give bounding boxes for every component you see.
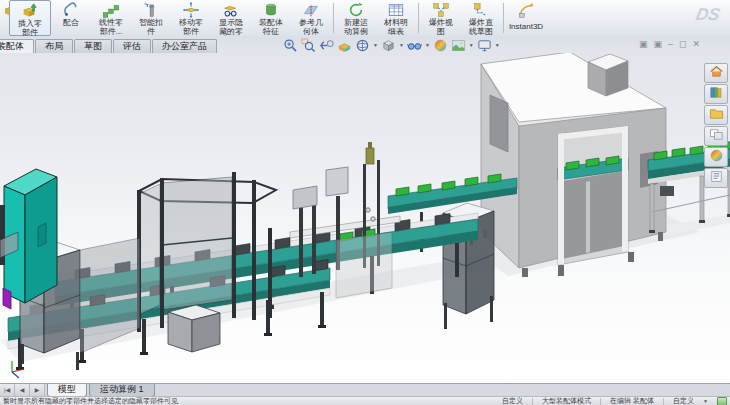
assembly-features-label: 装配体特征 bbox=[256, 19, 286, 36]
zoom-to-area-icon[interactable] bbox=[301, 38, 316, 53]
explode-line-sketch-button[interactable]: 爆炸直线草图 bbox=[461, 0, 501, 36]
explode-line-sketch-icon bbox=[471, 1, 491, 19]
viewport-3d[interactable]: DS bbox=[0, 53, 730, 383]
assembly-features-icon bbox=[261, 1, 281, 19]
linear-pattern-icon bbox=[101, 1, 121, 19]
instant3d-label: Instant3D bbox=[509, 23, 543, 32]
status-separator bbox=[663, 398, 664, 405]
dropdown-caret[interactable]: ▼ bbox=[373, 42, 378, 48]
smart-fasteners-icon bbox=[141, 1, 161, 19]
new-motion-study-label: 新建运动算例 bbox=[341, 19, 371, 36]
show-hidden-components-icon bbox=[221, 1, 241, 19]
command-manager: 插入零部件 ▼ 配合 线性零部件... ▼ 智能扣件 移 bbox=[0, 0, 730, 37]
hide-show-items-icon[interactable] bbox=[407, 38, 422, 53]
gray-box bbox=[168, 305, 220, 352]
solidworks-window: 插入零部件 ▼ 配合 线性零部件... ▼ 智能扣件 移 bbox=[0, 0, 730, 405]
toolbar-separator bbox=[503, 3, 504, 33]
status-units[interactable]: 自定义 bbox=[673, 396, 694, 405]
properties-icon bbox=[709, 169, 724, 188]
bill-of-materials-label: 材料明细表 bbox=[381, 19, 411, 36]
books-icon bbox=[709, 85, 724, 104]
mate-label: 配合 bbox=[63, 19, 79, 28]
tab-assembly[interactable]: 装配体 bbox=[0, 39, 34, 53]
restore-icon[interactable]: ◻ bbox=[679, 39, 686, 49]
tab-office-products[interactable]: 办公室产品 bbox=[152, 39, 217, 53]
smart-fasteners-button[interactable]: 智能扣件 bbox=[131, 0, 171, 36]
window-controls: ▣ ▣ – ◻ ✕ bbox=[639, 39, 700, 49]
minimize-icon[interactable]: – bbox=[668, 39, 673, 49]
move-component-button[interactable]: 移动零部件 ▼ bbox=[171, 0, 211, 36]
tab-layout[interactable]: 布局 bbox=[35, 39, 73, 53]
appearances-tab[interactable] bbox=[704, 147, 728, 167]
section-view-icon[interactable] bbox=[337, 38, 352, 53]
bottom-tab-bar: |◀ ◀ ▶ 模型 运动算例 1 bbox=[0, 383, 730, 397]
dropdown-caret[interactable]: ▼ bbox=[425, 42, 430, 48]
bill-of-materials-button[interactable]: 材料明细表 bbox=[376, 0, 416, 36]
status-hint: 暂时显示所有隐藏的零部件并选择选定的隐藏零部件可见 bbox=[3, 396, 502, 405]
home-icon bbox=[709, 64, 724, 83]
cropped-part-icon bbox=[0, 1, 9, 19]
mate-button[interactable]: 配合 bbox=[51, 0, 91, 36]
commandmanager-tabs: 装配体 布局 草图 评估 办公室产品 bbox=[0, 37, 270, 53]
status-separator bbox=[532, 398, 533, 405]
status-bar: 暂时显示所有隐藏的零部件并选择选定的隐藏零部件可见 自定义 大型装配体模式 在编… bbox=[0, 396, 730, 405]
file-explorer-tab[interactable] bbox=[704, 105, 728, 125]
status-custom: 自定义 bbox=[502, 396, 523, 405]
edit-appearance-icon[interactable] bbox=[433, 38, 448, 53]
close-icon[interactable]: ✕ bbox=[692, 39, 700, 49]
dropdown-caret[interactable]: ▼ bbox=[399, 42, 404, 48]
tab-evaluate[interactable]: 评估 bbox=[113, 39, 151, 53]
units-dropdown-caret[interactable]: ▼ bbox=[703, 398, 708, 404]
purple-part bbox=[3, 288, 11, 309]
tab-nav-first[interactable]: |◀ bbox=[0, 384, 15, 396]
show-hidden-components-button[interactable]: 显示隐藏的零部件 bbox=[211, 0, 251, 36]
new-motion-study-button[interactable]: 新建运动算例 bbox=[336, 0, 376, 36]
apply-scene-icon[interactable] bbox=[451, 38, 466, 53]
cropped-toolbar-button[interactable] bbox=[0, 0, 9, 36]
smart-fasteners-label: 智能扣件 bbox=[136, 19, 166, 36]
toolbar-separator bbox=[418, 3, 419, 33]
tab-sketch[interactable]: 草图 bbox=[74, 39, 112, 53]
reference-geometry-icon bbox=[301, 1, 321, 19]
toolbar-separator bbox=[333, 3, 334, 33]
assembly-features-button[interactable]: 装配体特征 ▼ bbox=[251, 0, 291, 36]
instant3d-button[interactable]: Instant3D bbox=[506, 0, 546, 36]
view-palette-tab[interactable] bbox=[704, 126, 728, 146]
folder-icon bbox=[709, 106, 724, 125]
headsup-toolbar: ▼ ▼ ▼ ▼ ▼ bbox=[283, 37, 500, 53]
reference-geometry-button[interactable]: 参考几何体 ▼ bbox=[291, 0, 331, 36]
motion-study-icon bbox=[346, 1, 366, 19]
linear-pattern-label: 线性零部件... bbox=[96, 19, 126, 36]
view-orientation-icon[interactable] bbox=[355, 38, 370, 53]
solidworks-resources-tab[interactable] bbox=[704, 63, 728, 83]
tile-icon[interactable]: ▣ bbox=[653, 39, 662, 49]
instant3d-icon bbox=[516, 1, 536, 19]
design-library-tab[interactable] bbox=[704, 84, 728, 104]
status-editing-assembly: 在编辑 装配体 bbox=[610, 396, 654, 405]
custom-properties-tab[interactable] bbox=[704, 168, 728, 188]
linear-component-pattern-button[interactable]: 线性零部件... ▼ bbox=[91, 0, 131, 36]
display-style-icon[interactable] bbox=[381, 38, 396, 53]
exploded-view-button[interactable]: 爆炸视图 bbox=[421, 0, 461, 36]
insert-components-icon bbox=[20, 2, 40, 20]
status-separator bbox=[600, 398, 601, 405]
dropdown-caret[interactable]: ▼ bbox=[495, 42, 500, 48]
view-settings-icon[interactable] bbox=[477, 38, 492, 53]
exploded-view-label: 爆炸视图 bbox=[426, 19, 456, 36]
tab-nav-next[interactable]: ▶ bbox=[30, 384, 45, 396]
mate-icon bbox=[61, 1, 81, 19]
tab-row: 装配体 布局 草图 评估 办公室产品 ▼ ▼ bbox=[0, 36, 730, 53]
status-large-assembly-mode: 大型装配体模式 bbox=[542, 396, 591, 405]
insert-components-button[interactable]: 插入零部件 ▼ bbox=[9, 0, 51, 36]
tab-nav-prev[interactable]: ◀ bbox=[15, 384, 30, 396]
dropdown-caret[interactable]: ▼ bbox=[469, 42, 474, 48]
previous-view-icon[interactable] bbox=[319, 38, 334, 53]
bill-of-materials-icon bbox=[386, 1, 406, 19]
status-tray-icon[interactable] bbox=[717, 397, 727, 405]
move-component-icon bbox=[181, 1, 201, 19]
slides-icon bbox=[709, 127, 724, 146]
zoom-to-fit-icon[interactable] bbox=[283, 38, 298, 53]
move-component-label: 移动零部件 bbox=[176, 19, 206, 36]
cascade-icon[interactable]: ▣ bbox=[639, 39, 648, 49]
appearance-sphere-icon bbox=[709, 148, 724, 167]
